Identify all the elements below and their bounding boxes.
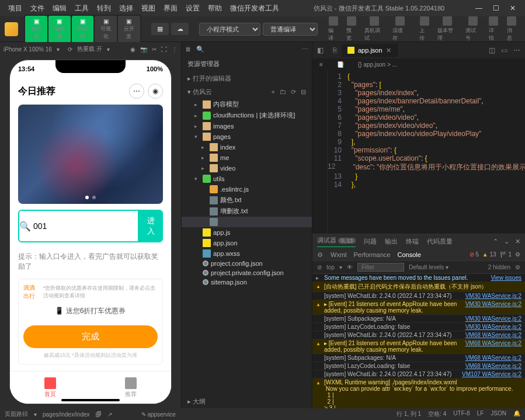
chevron-up-icon[interactable]: ⌃ <box>493 238 498 245</box>
code-input-row: 🔍 进入 <box>18 210 163 242</box>
device-select[interactable]: iPhone X 100% 16 <box>4 46 52 53</box>
close-icon[interactable]: ✕ <box>510 4 516 12</box>
right-消息[interactable]: 消息 <box>503 15 520 43</box>
inspect-icon[interactable]: ⯐ <box>317 251 324 258</box>
breadcrumb[interactable]: ≡📑 {} app.json > ... <box>312 58 525 70</box>
project-section[interactable]: ▾ 仿风云 +🗀⟳⊟ <box>182 85 312 99</box>
console-tab-代码质量[interactable]: 代码质量 <box>427 237 453 246</box>
app-header: 今日推荐 ⋯ ◉ <box>10 78 171 105</box>
file-me[interactable]: ▸me <box>182 152 312 163</box>
file-pages[interactable]: ▾pages <box>182 131 312 142</box>
file-cloudfunctions | [未选择环境][interactable]: ▸cloudfunctions | [未选择环境] <box>182 110 312 121</box>
code-input[interactable] <box>31 211 138 241</box>
tab-app-json[interactable]: app.json✕ <box>342 44 398 57</box>
new-folder-icon[interactable]: 🗀 <box>280 88 286 96</box>
open-editors-section[interactable]: ▸ 打开的编辑器 <box>182 72 312 85</box>
promo-brand: 滴滴出行 <box>23 284 41 300</box>
action-真机调试[interactable]: 真机调试 <box>361 15 388 43</box>
file-内容模型[interactable]: ▸内容模型 <box>182 99 312 110</box>
minimize-icon[interactable]: — <box>475 4 482 12</box>
clear-icon[interactable]: ⊘ <box>317 264 322 270</box>
sidebar-toggle-icon[interactable]: ◧ <box>312 46 328 54</box>
outline-section[interactable]: ▸ 大纲 <box>182 395 312 408</box>
console-output[interactable]: Some messages have been moved to the Iss… <box>312 274 525 408</box>
file-增删改.txt[interactable]: 增删改.txt <box>182 206 312 217</box>
file-app.js[interactable]: app.js <box>182 227 312 238</box>
layout-btn[interactable]: ▦ <box>151 23 169 35</box>
collapse-icon[interactable]: ⊟ <box>301 88 306 96</box>
subtab-Console[interactable]: Console <box>397 251 420 258</box>
toolbar-云开发[interactable]: ▣云开发 <box>118 16 140 43</box>
page-path[interactable]: pages/index/index <box>43 411 90 418</box>
menu-工具[interactable]: 工具 <box>71 1 92 16</box>
menu-bar: 项目文件编辑工具转到选择视图界面设置帮助微信开发者工具 <box>5 1 283 16</box>
search-icon[interactable]: 🔍 <box>196 46 204 53</box>
right-版本管理[interactable]: 版本管理 <box>434 15 461 43</box>
console-tab-问题[interactable]: 问题 <box>364 237 377 246</box>
file-sitemap.json[interactable]: sitemap.json <box>182 277 312 287</box>
mode-select[interactable]: 小程序模式 <box>199 23 260 36</box>
cloud-btn[interactable]: ☁ <box>171 23 189 35</box>
files-icon[interactable]: 🗎 <box>185 46 192 53</box>
banner-image[interactable] <box>18 105 163 204</box>
menu-设置[interactable]: 设置 <box>182 1 203 16</box>
action-清缓存[interactable]: 清缓存 <box>389 15 411 43</box>
tab-debugger[interactable]: 调试器 5, 13 <box>317 236 356 247</box>
file-app.wxss[interactable]: app.wxss <box>182 248 312 259</box>
file-.eslintrc.js[interactable]: .eslintrc.js <box>182 184 312 195</box>
page-title: 今日推荐 <box>18 85 55 98</box>
file-video[interactable]: ▸video <box>182 163 312 173</box>
gear-icon[interactable]: ⚙ <box>515 264 520 270</box>
file-images[interactable]: ▸images <box>182 121 312 131</box>
maximize-icon[interactable]: ☐ <box>493 4 499 12</box>
subtab-Wxml[interactable]: Wxml <box>331 251 347 258</box>
subtab-Performance[interactable]: Performance <box>354 251 391 258</box>
file-[interactable] <box>182 217 312 227</box>
console-row: [system] LazyCodeLoading: falseVM30 WASe… <box>312 323 525 331</box>
menu-转到[interactable]: 转到 <box>93 1 114 16</box>
menu-帮助[interactable]: 帮助 <box>204 1 225 16</box>
hot-reload-toggle[interactable]: 热重载 开 <box>77 45 102 53</box>
menu-文件[interactable]: 文件 <box>27 1 48 16</box>
menu-微信开发者工具[interactable]: 微信开发者工具 <box>227 1 283 16</box>
toolbar-编辑器[interactable]: ▣编辑器 <box>48 16 71 43</box>
close-panel-icon[interactable]: ✕ <box>515 238 520 245</box>
toolbar-调试器[interactable]: ▣调试器 <box>72 16 94 43</box>
more-icon[interactable]: ⋯ <box>129 84 144 99</box>
file-index[interactable]: ▸index <box>182 142 312 152</box>
close-tab-icon[interactable]: ✕ <box>386 47 391 54</box>
menu-项目[interactable]: 项目 <box>5 1 26 16</box>
gear-icon[interactable]: ⚙ <box>515 251 520 258</box>
chevron-down-icon[interactable]: ⌄ <box>504 238 509 245</box>
right-测试号[interactable]: 测试号 <box>462 15 484 43</box>
file-project.config.json[interactable]: project.config.json <box>182 259 312 268</box>
toolbar-可视化[interactable]: ▣可视化 <box>95 16 117 43</box>
menu-编辑[interactable]: 编辑 <box>49 1 70 16</box>
target-icon[interactable]: ◉ <box>148 84 163 99</box>
file-app.json[interactable]: app.json <box>182 238 312 248</box>
enter-button[interactable]: 进入 <box>138 211 163 241</box>
console-tab-终端[interactable]: 终端 <box>406 237 419 246</box>
file-颜色.txt[interactable]: 颜色.txt <box>182 195 312 206</box>
grid-icon <box>125 377 137 389</box>
right-上传[interactable]: 上传 <box>416 15 433 43</box>
action-编译[interactable]: 编译 <box>325 15 342 43</box>
menu-视图[interactable]: 视图 <box>138 1 159 16</box>
code-editor[interactable]: 1{2 "pages": [3 "pages/index/index",4 "p… <box>328 70 525 234</box>
done-button[interactable]: 完成 <box>23 325 158 348</box>
new-file-icon[interactable]: + <box>272 88 275 96</box>
console-row: [system] LazyCodeLoading: falseVM68 WASe… <box>312 362 525 370</box>
refresh-icon[interactable]: ⟳ <box>291 88 296 96</box>
compile-select[interactable]: 普通编译 <box>263 23 318 36</box>
toolbar-模拟器[interactable]: ▣模拟器 <box>25 16 47 43</box>
file-project.private.config.json[interactable]: project.private.config.json <box>182 268 312 277</box>
menu-选择[interactable]: 选择 <box>116 1 137 16</box>
file-utils[interactable]: ▾utils <box>182 173 312 184</box>
console-tab-输出[interactable]: 输出 <box>385 237 398 246</box>
split-icon[interactable]: ◫ <box>489 46 495 54</box>
filter-input[interactable] <box>357 263 404 272</box>
action-预览[interactable]: 预览 <box>343 15 360 43</box>
menu-界面[interactable]: 界面 <box>160 1 181 16</box>
right-详情[interactable]: 详情 <box>485 15 502 43</box>
home-indicator <box>61 399 120 401</box>
